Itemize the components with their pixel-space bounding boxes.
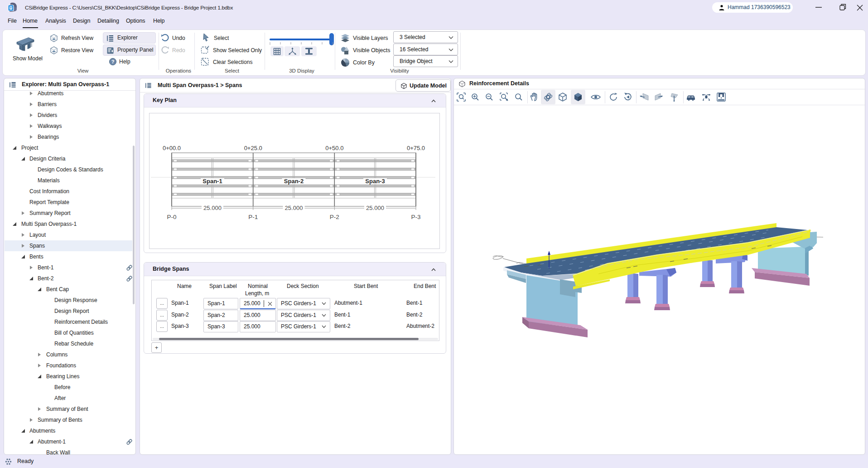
svg-text:?: ? [111,59,115,64]
svg-text:Span-2: Span-2 [284,178,304,185]
svg-text:P-1: P-1 [248,214,258,220]
svg-text:0+75.0: 0+75.0 [407,145,425,151]
svg-text:25.000: 25.000 [203,205,222,211]
svg-text:P-3: P-3 [411,214,420,220]
svg-text:P-2: P-2 [330,214,339,220]
svg-text:Span-1: Span-1 [203,178,222,185]
svg-text:0+25.0: 0+25.0 [244,145,262,151]
svg-text:0+00.0: 0+00.0 [163,145,181,151]
svg-text:0+50.0: 0+50.0 [325,145,343,151]
svg-text:Span-3: Span-3 [365,178,385,185]
svg-text:25.000: 25.000 [366,205,384,211]
svg-text:25.000: 25.000 [285,205,303,211]
svg-text:P-0: P-0 [167,214,176,220]
